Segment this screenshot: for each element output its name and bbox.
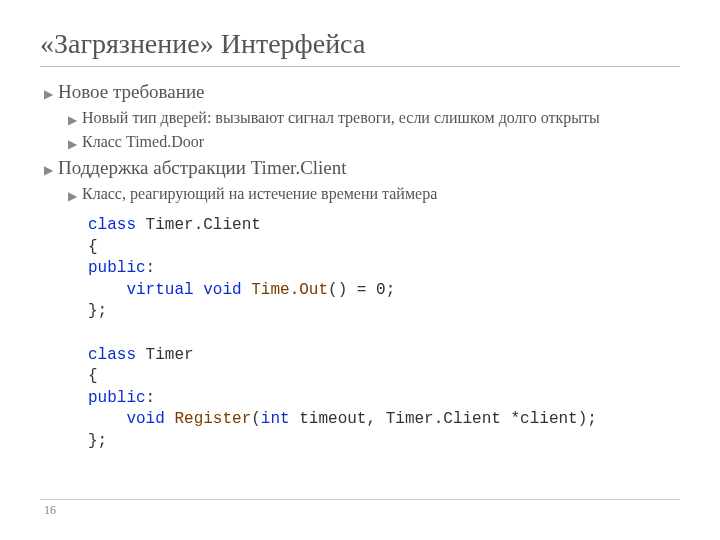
code-text bbox=[194, 281, 204, 299]
bottom-rule bbox=[40, 499, 680, 500]
slide-content: «Загрязнение» Интерфейса ▶ Новое требова… bbox=[0, 0, 720, 453]
code-keyword: int bbox=[261, 410, 290, 428]
code-keyword: void bbox=[126, 410, 164, 428]
code-text bbox=[88, 281, 126, 299]
bullet-text: Класс Timed.Door bbox=[82, 132, 680, 151]
code-keyword: public bbox=[88, 389, 146, 407]
bullet-level2: ▶ Класс Timed.Door bbox=[68, 132, 680, 155]
bullet-text: Класс, реагирующий на истечение времени … bbox=[82, 184, 680, 203]
page-number: 16 bbox=[44, 503, 56, 518]
bullet-level1: ▶ Поддержка абстракции Timer.Client bbox=[44, 157, 680, 182]
code-keyword: virtual bbox=[126, 281, 193, 299]
code-text: { bbox=[88, 367, 98, 385]
code-text: }; bbox=[88, 302, 107, 320]
code-function: Register bbox=[174, 410, 251, 428]
code-text: : bbox=[146, 389, 156, 407]
code-keyword: void bbox=[203, 281, 241, 299]
code-text bbox=[165, 410, 175, 428]
code-text: ( bbox=[251, 410, 261, 428]
triangle-icon: ▶ bbox=[68, 184, 82, 207]
title-row: «Загрязнение» Интерфейса bbox=[40, 28, 680, 67]
bullet-text: Новый тип дверей: вызывают сигнал тревог… bbox=[82, 108, 680, 127]
code-text bbox=[88, 410, 126, 428]
bullet-level1: ▶ Новое требование bbox=[44, 81, 680, 106]
code-function: Time.Out bbox=[251, 281, 328, 299]
bullet-text: Новое требование bbox=[58, 81, 680, 104]
code-text: { bbox=[88, 238, 98, 256]
bullet-level2: ▶ Класс, реагирующий на истечение времен… bbox=[68, 184, 680, 207]
triangle-icon: ▶ bbox=[68, 108, 82, 131]
code-keyword: class bbox=[88, 346, 136, 364]
bullet-text: Поддержка абстракции Timer.Client bbox=[58, 157, 680, 180]
code-text: () = 0; bbox=[328, 281, 395, 299]
code-text: }; bbox=[88, 432, 107, 450]
code-text bbox=[242, 281, 252, 299]
triangle-icon: ▶ bbox=[68, 132, 82, 155]
code-text: Timer bbox=[136, 346, 194, 364]
code-text: Timer.Client bbox=[136, 216, 261, 234]
code-text: : bbox=[146, 259, 156, 277]
code-text: timeout, Timer.Client *client); bbox=[290, 410, 597, 428]
code-keyword: public bbox=[88, 259, 146, 277]
triangle-icon: ▶ bbox=[44, 157, 58, 182]
bullet-level2: ▶ Новый тип дверей: вызывают сигнал трев… bbox=[68, 108, 680, 131]
code-keyword: class bbox=[88, 216, 136, 234]
code-block: class Timer.Client { public: virtual voi… bbox=[88, 215, 680, 453]
triangle-icon: ▶ bbox=[44, 81, 58, 106]
slide-title: «Загрязнение» Интерфейса bbox=[40, 28, 365, 59]
